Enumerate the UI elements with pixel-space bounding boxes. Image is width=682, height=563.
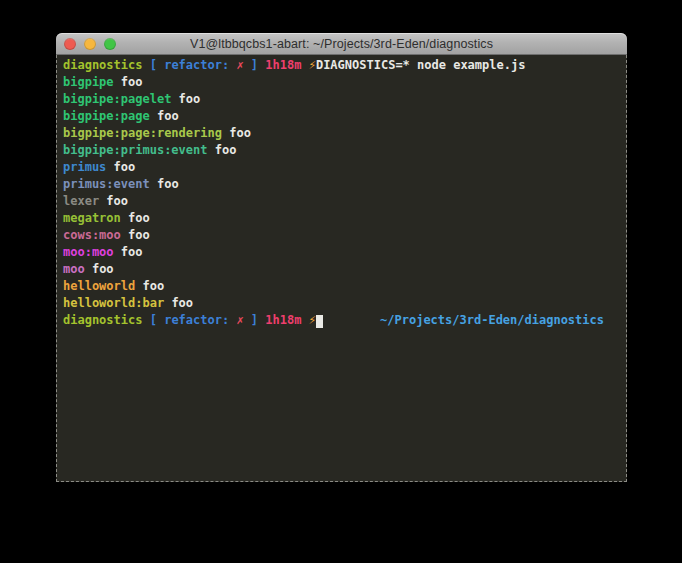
- log-namespace: megatron: [63, 210, 121, 227]
- log-namespace: bigpipe:page: [63, 108, 150, 125]
- log-line: bigpipe:pagelet foo: [63, 91, 626, 108]
- log-message: foo: [99, 193, 128, 210]
- log-namespace: cows:moo: [63, 227, 121, 244]
- prompt-line: diagnostics [ refactor: ✗ ] 1h18m ⚡~/Pro…: [63, 312, 626, 329]
- log-message: foo: [222, 125, 251, 142]
- command-text: DIAGNOSTICS=* node example.js: [316, 57, 526, 74]
- log-namespace: primus:event: [63, 176, 150, 193]
- log-message: foo: [114, 244, 143, 261]
- prompt-bolt-icon: ⚡: [301, 57, 315, 74]
- terminal-output[interactable]: diagnostics [ refactor: ✗ ] 1h18m ⚡DIAGN…: [56, 55, 627, 482]
- log-namespace: moo:moo: [63, 244, 114, 261]
- log-line: bigpipe foo: [63, 74, 626, 91]
- log-namespace: bigpipe: [63, 74, 114, 91]
- prompt-duration: 1h18m: [265, 57, 301, 74]
- log-line: moo:moo foo: [63, 244, 626, 261]
- prompt-bolt-icon: ⚡: [301, 312, 315, 329]
- log-namespace: bigpipe:page:rendering: [63, 125, 222, 142]
- log-message: foo: [114, 74, 143, 91]
- prompt-dirty-flag: ✗: [236, 312, 243, 329]
- prompt-duration: 1h18m: [265, 312, 301, 329]
- log-namespace: helloworld:bar: [63, 295, 164, 312]
- log-message: foo: [121, 210, 150, 227]
- prompt-bracket: ]: [244, 57, 266, 74]
- log-namespace: lexer: [63, 193, 99, 210]
- log-message: foo: [150, 176, 179, 193]
- window-title: V1@ltbbqcbs1-abart: ~/Projects/3rd-Eden/…: [56, 33, 627, 54]
- log-message: foo: [135, 278, 164, 295]
- terminal-window: V1@ltbbqcbs1-abart: ~/Projects/3rd-Eden/…: [56, 33, 627, 482]
- log-message: foo: [106, 159, 135, 176]
- log-message: foo: [164, 295, 193, 312]
- log-line: primus foo: [63, 159, 626, 176]
- prompt-dirty-flag: ✗: [236, 57, 243, 74]
- log-line: moo foo: [63, 261, 626, 278]
- log-namespace: bigpipe:pagelet: [63, 91, 171, 108]
- log-message: foo: [208, 142, 237, 159]
- log-line: helloworld:bar foo: [63, 295, 626, 312]
- log-line: bigpipe:page foo: [63, 108, 626, 125]
- log-message: foo: [171, 91, 200, 108]
- prompt-branch-name: diagnostics: [63, 57, 142, 74]
- log-message: foo: [150, 108, 179, 125]
- log-line: helloworld foo: [63, 278, 626, 295]
- prompt-bracket: [ refactor:: [142, 312, 236, 329]
- terminal-cursor: [316, 315, 323, 328]
- log-line: bigpipe:primus:event foo: [63, 142, 626, 159]
- log-line: lexer foo: [63, 193, 626, 210]
- log-message: foo: [121, 227, 150, 244]
- prompt-branch-name: diagnostics: [63, 312, 142, 329]
- log-message: foo: [85, 261, 114, 278]
- prompt-bracket: ]: [244, 312, 266, 329]
- log-line: megatron foo: [63, 210, 626, 227]
- log-namespace: helloworld: [63, 278, 135, 295]
- log-line: cows:moo foo: [63, 227, 626, 244]
- log-namespace: moo: [63, 261, 85, 278]
- log-line: bigpipe:page:rendering foo: [63, 125, 626, 142]
- log-namespace: bigpipe:primus:event: [63, 142, 208, 159]
- log-namespace: primus: [63, 159, 106, 176]
- prompt-bracket: [ refactor:: [142, 57, 236, 74]
- prompt-cwd: ~/Projects/3rd-Eden/diagnostics: [380, 312, 604, 329]
- window-titlebar[interactable]: V1@ltbbqcbs1-abart: ~/Projects/3rd-Eden/…: [56, 33, 627, 55]
- log-line: primus:event foo: [63, 176, 626, 193]
- prompt-line: diagnostics [ refactor: ✗ ] 1h18m ⚡DIAGN…: [63, 57, 626, 74]
